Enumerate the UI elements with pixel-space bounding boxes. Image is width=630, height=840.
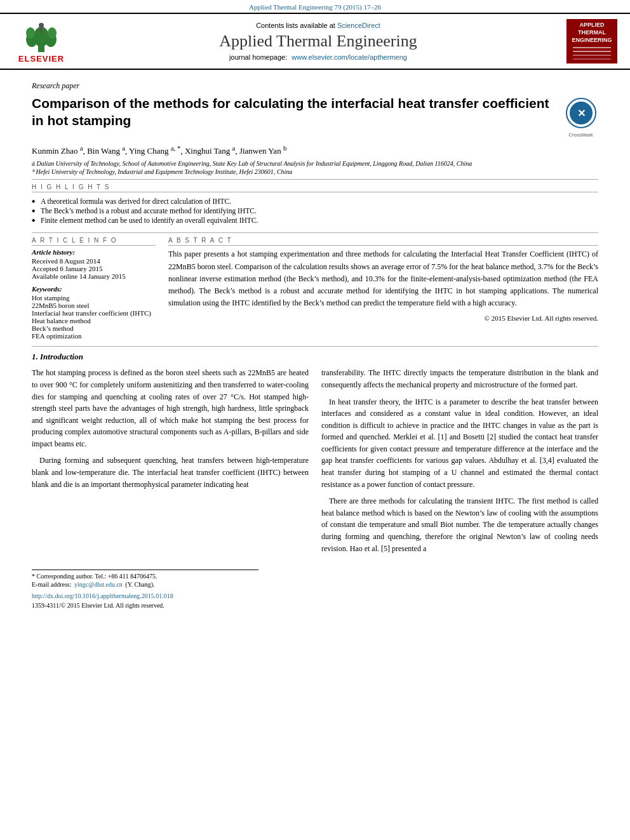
article-history-label: Article history: — [32, 248, 156, 256]
homepage-prefix: journal homepage: — [229, 53, 287, 61]
elsevier-logo: ELSEVIER — [13, 19, 70, 63]
highlights-label: H I G H L I G H T S — [32, 183, 598, 192]
issn-line: 1359-4311/© 2015 Elsevier Ltd. All right… — [32, 602, 598, 609]
keyword-1: Hot stamping — [32, 294, 156, 302]
highlight-item-3: ◆ Finite element method can be used to i… — [32, 217, 598, 224]
affiliation-a: á Dalian University of Technology, Schoo… — [32, 160, 598, 167]
intro-p5: There are three methods for calculating … — [321, 495, 598, 554]
logo-line-2: THERMAL — [578, 29, 606, 36]
keyword-2: 22MnB5 boron steel — [32, 302, 156, 309]
paper-type-label: Research paper — [32, 81, 598, 91]
intro-p1: The hot stamping process is defined as t… — [32, 367, 309, 450]
email-address[interactable]: yingc@dlut.edu.cn — [74, 581, 123, 588]
author-xinghui: Xinghui Tang a, — [185, 146, 239, 156]
keyword-4: Heat balance method — [32, 317, 156, 324]
contents-line: Contents lists available at ScienceDirec… — [76, 22, 560, 29]
divider-1 — [32, 179, 598, 180]
contents-prefix: Contents lists available at — [256, 22, 335, 29]
keyword-5: Beck’s method — [32, 324, 156, 332]
logo-line-1: APPLIED — [579, 22, 604, 28]
article-abstract-row: A R T I C L E I N F O Article history: R… — [32, 237, 598, 340]
body-col-right: transferability. The IHTC directly impac… — [321, 367, 598, 559]
keyword-3: Interfacial heat transfer coefficient (I… — [32, 309, 156, 317]
intro-p4: In heat transfer theory, the IHTC is a p… — [321, 396, 598, 491]
email-suffix: (Y. Chang). — [125, 581, 154, 588]
journal-title: Applied Thermal Engineering — [76, 32, 560, 51]
svg-point-4 — [26, 27, 35, 39]
intro-p3: transferability. The IHTC directly impac… — [321, 367, 598, 390]
doi-link[interactable]: http://dx.doi.org/10.1016/j.applthermale… — [32, 592, 173, 599]
intro-p2: During forming and subsequent quenching,… — [32, 455, 309, 490]
crossmark-icon: ✕ CrossMark — [563, 97, 598, 138]
divider-2 — [32, 232, 598, 233]
svg-text:✕: ✕ — [577, 108, 585, 119]
article-info-label: A R T I C L E I N F O — [32, 237, 156, 246]
highlight-item-1: ◆ A theoretical formula was derived for … — [32, 197, 598, 205]
keyword-6: FEA optimization — [32, 332, 156, 340]
author-kunmin: Kunmin Zhao a, — [32, 146, 87, 156]
top-bar: Applied Thermal Engineering 79 (2015) 17… — [0, 0, 630, 13]
elsevier-label: ELSEVIER — [18, 54, 64, 63]
email-label: E-mail address: — [32, 581, 71, 588]
intro-heading: 1. Introduction — [32, 352, 598, 362]
journal-logo-box: APPLIED THERMAL ENGINEERING — [566, 19, 617, 63]
highlights-section: H I G H L I G H T S ◆ A theoretical form… — [32, 183, 598, 229]
accepted-date: Accepted 6 January 2015 — [32, 265, 156, 272]
footnote-divider — [32, 570, 258, 570]
body-col-left: The hot stamping process is defined as t… — [32, 367, 309, 559]
email-line: E-mail address: yingc@dlut.edu.cn (Y. Ch… — [32, 581, 598, 588]
science-direct-link[interactable]: ScienceDirect — [337, 22, 380, 29]
homepage-line: journal homepage: www.elsevier.com/locat… — [76, 53, 560, 61]
homepage-link[interactable]: www.elsevier.com/locate/apthermeng — [292, 53, 407, 61]
svg-point-5 — [48, 27, 57, 39]
svg-point-6 — [39, 23, 44, 28]
main-content: Research paper Comparison of the methods… — [0, 70, 630, 615]
introduction-section: 1. Introduction The hot stamping process… — [32, 352, 598, 559]
logo-line-3: ENGINEERING — [572, 37, 612, 43]
author-jianwen: Jianwen Yan b — [239, 146, 286, 156]
highlights-list: ◆ A theoretical formula was derived for … — [32, 195, 598, 229]
abstract-copyright: © 2015 Elsevier Ltd. All rights reserved… — [168, 314, 598, 322]
available-date: Available online 14 January 2015 — [32, 272, 156, 280]
top-bar-text: Applied Thermal Engineering 79 (2015) 17… — [249, 3, 381, 11]
authors-line: Kunmin Zhao a, Bin Wang a, Ying Chang a,… — [32, 144, 598, 156]
author-ying: Ying Chang a, *, — [129, 146, 185, 156]
article-info: A R T I C L E I N F O Article history: R… — [32, 237, 156, 340]
journal-header-center: Contents lists available at ScienceDirec… — [70, 22, 566, 61]
journal-header: ELSEVIER Contents lists available at Sci… — [0, 13, 630, 70]
author-bin: Bin Wang a, — [87, 146, 129, 156]
abstract-text: This paper presents a hot stamping exper… — [168, 248, 598, 309]
keywords-label: Keywords: — [32, 285, 156, 293]
doi-line: http://dx.doi.org/10.1016/j.applthermale… — [32, 590, 598, 601]
elsevier-tree-icon — [19, 19, 64, 54]
highlight-item-2: ◆ The Beck’s method is a robust and accu… — [32, 207, 598, 215]
paper-title: Comparison of the methods for calculatin… — [32, 95, 551, 130]
body-two-col: The hot stamping process is defined as t… — [32, 367, 598, 559]
paper-title-row: Comparison of the methods for calculatin… — [32, 95, 598, 138]
divider-3 — [32, 346, 598, 347]
abstract-label: A B S T R A C T — [168, 237, 598, 246]
corresponding-note: * Corresponding author. Tel.: +86 411 84… — [32, 573, 598, 580]
affiliation-b: ᵇ Hefei University of Technology, Indust… — [32, 168, 598, 175]
footnote-section: * Corresponding author. Tel.: +86 411 84… — [32, 573, 598, 609]
svg-rect-7 — [40, 28, 43, 33]
abstract-col: A B S T R A C T This paper presents a ho… — [168, 237, 598, 340]
received-date: Received 8 August 2014 — [32, 257, 156, 265]
